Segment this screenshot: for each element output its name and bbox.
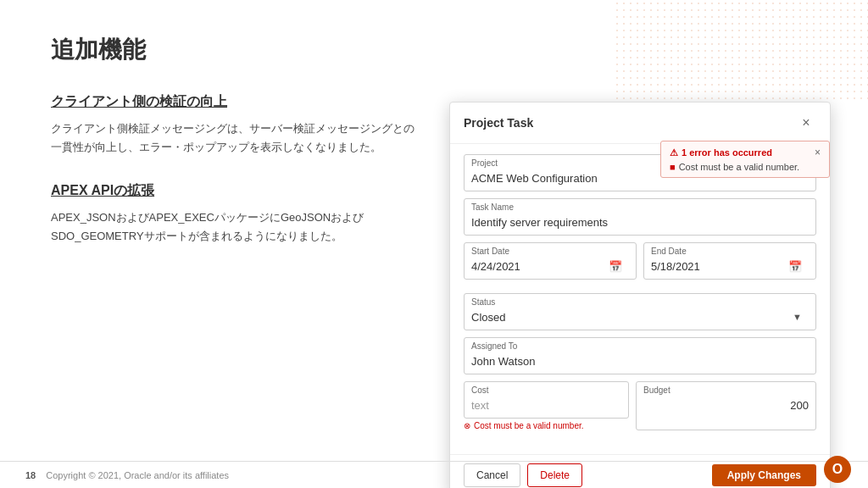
warning-icon: ⚠ — [670, 147, 678, 158]
section-1-heading-underline: 向上 — [200, 94, 227, 108]
oracle-logo: O — [824, 456, 851, 483]
section-2-body: APEX_JSONおよびAPEX_EXECパッケージにGeoJSONおよびSDO… — [51, 208, 424, 246]
end-date-input[interactable] — [651, 260, 809, 273]
page-footer: 18 Copyright © 2021, Oracle and/or its a… — [0, 461, 868, 488]
section-2-heading-prefix: APEX APIの — [51, 183, 127, 197]
cost-budget-row: Cost ⊗ Cost must be a valid number. Budg… — [464, 381, 816, 437]
section-2-heading: APEX APIの拡張 — [51, 182, 424, 200]
status-select[interactable]: Closed — [471, 311, 809, 324]
dialog-header: Project Task × — [450, 103, 830, 144]
section-1-body: クライアント側検証メッセージングは、サーバー検証メッセージングとの一貫性が向上し… — [51, 119, 424, 157]
budget-field-group: Budget — [636, 381, 816, 430]
page-title: 追加機能 — [51, 34, 146, 66]
page-number: 18 — [25, 470, 36, 480]
dialog-title: Project Task — [464, 116, 533, 130]
cost-field-group: Cost ⊗ Cost must be a valid number. — [464, 381, 629, 430]
cost-field-border: Cost — [464, 381, 629, 419]
cost-label: Cost — [471, 385, 621, 395]
calendar-icon: 📅 — [609, 260, 622, 273]
task-name-field-group: Task Name — [464, 198, 816, 236]
date-row: Start Date 📅 End Date 📅 — [464, 242, 816, 286]
cost-input[interactable] — [471, 399, 621, 412]
task-name-label: Task Name — [471, 202, 809, 212]
section-2-heading-underline: 拡張 — [127, 183, 154, 197]
project-task-dialog: Project Task × ⚠ 1 error has occurred × … — [449, 102, 831, 488]
error-banner-item: ■ Cost must be a valid number. — [670, 162, 821, 172]
dialog-body: ⚠ 1 error has occurred × ■ Cost must be … — [450, 144, 830, 454]
error-banner-header: ⚠ 1 error has occurred × — [670, 147, 821, 158]
end-date-field-group: End Date 📅 — [643, 242, 816, 280]
budget-label: Budget — [643, 385, 809, 395]
start-date-input-wrapper: 📅 — [471, 258, 629, 274]
status-select-wrapper: Closed ▼ — [471, 309, 809, 324]
start-date-input[interactable] — [471, 260, 629, 273]
start-date-field-group: Start Date 📅 — [464, 242, 637, 280]
status-field-group: Status Closed ▼ — [464, 293, 816, 330]
error-banner: ⚠ 1 error has occurred × ■ Cost must be … — [660, 141, 830, 178]
error-banner-close-button[interactable]: × — [815, 147, 821, 158]
section-1-heading: クライアント側の検証の向上 — [51, 93, 424, 111]
error-circle-icon: ⊗ — [464, 421, 470, 430]
end-date-label: End Date — [651, 247, 809, 256]
assigned-to-field-group: Assigned To — [464, 337, 816, 374]
copyright-text: Copyright © 2021, Oracle and/or its affi… — [46, 470, 229, 480]
oracle-logo-letter: O — [832, 462, 843, 477]
start-date-label: Start Date — [471, 247, 629, 256]
cost-error-message: ⊗ Cost must be a valid number. — [464, 421, 629, 430]
dialog-close-button[interactable]: × — [796, 113, 816, 133]
calendar-icon-end: 📅 — [788, 260, 802, 273]
left-content: クライアント側の検証の向上 クライアント側検証メッセージングは、サーバー検証メッ… — [51, 93, 424, 271]
assigned-to-input[interactable] — [471, 355, 809, 368]
end-date-input-wrapper: 📅 — [651, 258, 809, 274]
decorative-pattern — [614, 0, 868, 102]
page: 追加機能 クライアント側の検証の向上 クライアント側検証メッセージングは、サーバ… — [0, 0, 868, 488]
section-1-heading-prefix: クライアント側の検証の — [51, 94, 200, 108]
error-bullet: ■ — [670, 162, 676, 172]
error-banner-title: ⚠ 1 error has occurred — [670, 147, 772, 158]
task-name-input[interactable] — [471, 216, 809, 229]
status-label: Status — [471, 297, 809, 307]
budget-input[interactable] — [643, 399, 809, 412]
assigned-to-label: Assigned To — [471, 341, 809, 351]
